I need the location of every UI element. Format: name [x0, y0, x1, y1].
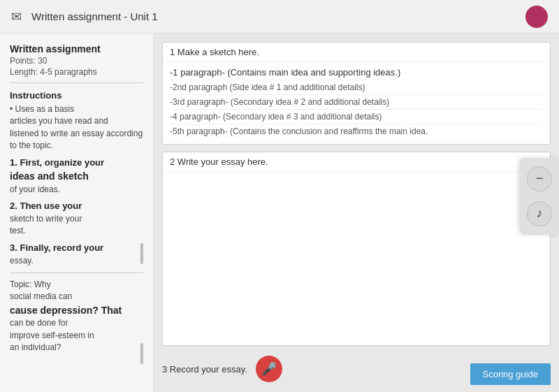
page-title: Written assignment - Unit 1: [31, 10, 158, 22]
microphone-icon: 🎤: [261, 361, 277, 377]
topic-text-3: improve self-esteem in: [10, 331, 94, 340]
step-2: 2. Then use your sketch to write your te…: [10, 200, 143, 238]
scoring-guide-button[interactable]: Scoring guide: [470, 363, 551, 385]
record-label: 3 Record your essay.: [162, 364, 247, 375]
sketch-item-2: -3rd paragraph- (Secondary idea # 2 and …: [170, 95, 543, 110]
divider-2: [10, 273, 143, 273]
instruction-text: • Uses as a basis articles you have read…: [10, 103, 143, 152]
bullet-1: • Uses as a basis: [10, 104, 74, 114]
essay-box: 2 Write your essay here.: [162, 152, 551, 346]
text-1: articles you have read and: [10, 116, 108, 126]
record-button[interactable]: 🎤: [256, 356, 282, 382]
minus-button[interactable]: −: [527, 166, 552, 191]
divider-1: [10, 82, 143, 83]
sketch-section: 1 Make a sketch here. -1 paragraph- (Con…: [162, 42, 551, 145]
text-2: listened to write an essay according to …: [10, 129, 143, 150]
sketch-list: -1 paragraph- (Contains main idea and su…: [163, 62, 550, 144]
essay-body[interactable]: [163, 172, 550, 345]
topic-bold: cause depression? That: [10, 305, 122, 316]
sketch-item-1: -2nd paragraph (Side idea # 1 and additi…: [170, 80, 543, 95]
step-3-bold: 3. Finally, record your: [10, 242, 103, 253]
step-1-sub: of your ideas.: [10, 184, 60, 194]
step-2-sub: test.: [10, 226, 26, 235]
top-bar: ✉ Written assignment - Unit 1: [0, 0, 559, 34]
avatar[interactable]: [525, 6, 548, 28]
main-layout: Written assignment Points: 30 Length: 4-…: [0, 34, 559, 392]
essay-textarea[interactable]: [170, 177, 543, 340]
music-icon-button[interactable]: ♪: [527, 201, 552, 226]
step-1-text: ideas and sketch: [10, 170, 89, 182]
topic-text-4: an individual?: [10, 342, 61, 352]
email-icon[interactable]: ✉: [11, 9, 22, 24]
sidebar-scroll-indicator: [140, 243, 143, 264]
topic-text-1: social media can: [10, 291, 72, 301]
topic-label: Topic: Why: [10, 280, 51, 289]
topic-text: Topic: Why social media can cause depres…: [10, 279, 143, 354]
sketch-header: 1 Make a sketch here.: [163, 43, 550, 62]
sidebar: Written assignment Points: 30 Length: 4-…: [0, 34, 154, 392]
step-1-bold: 1. First, organize your: [10, 157, 104, 168]
sketch-item-0: -1 paragraph- (Contains main idea and su…: [170, 65, 543, 80]
instructions-title: Instructions: [10, 90, 143, 101]
step-2-text: sketch to write your: [10, 214, 82, 224]
step-1: 1. First, organize your ideas and sketch…: [10, 157, 143, 196]
step-3-sub: essay.: [10, 256, 34, 266]
assignment-title: Written assignment: [10, 43, 143, 55]
sketch-item-4: -5th paragraph- (Contains the conclusion…: [170, 124, 543, 138]
step-2-bold: 2. Then use your: [10, 201, 82, 211]
step-3: 3. Finally, record your essay.: [10, 242, 143, 267]
main-content: 1 Make a sketch here. -1 paragraph- (Con…: [154, 34, 559, 392]
topic-text-2: can be done for: [10, 318, 68, 328]
sidebar-scroll-indicator-2: [140, 343, 143, 364]
essay-header: 2 Write your essay here.: [163, 152, 550, 172]
sketch-item-3: -4 paragraph- (Secondary idea # 3 and ad…: [170, 110, 543, 124]
length-label: Length: 4-5 paragraphs: [10, 67, 143, 77]
points-label: Points: 30: [10, 56, 143, 66]
essay-section: 2 Write your essay here.: [162, 152, 551, 346]
float-controls: − ♪: [520, 158, 559, 235]
